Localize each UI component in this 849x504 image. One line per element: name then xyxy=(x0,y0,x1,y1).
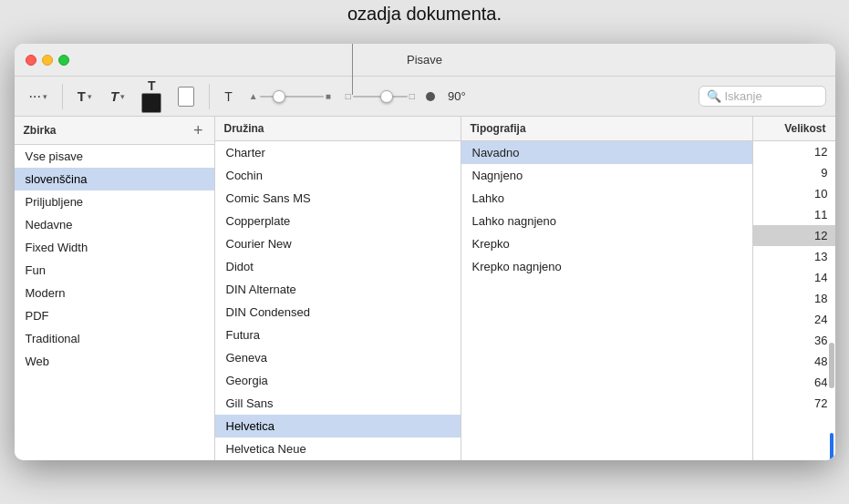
slider-1-track[interactable] xyxy=(260,96,324,98)
maximize-button[interactable] xyxy=(58,55,69,66)
family-item-din-alternate[interactable]: DIN Alternate xyxy=(215,278,461,301)
size-item-11[interactable]: 11 xyxy=(753,204,835,225)
family-item-copperplate[interactable]: Copperplate xyxy=(215,210,461,232)
collection-item-web[interactable]: Web xyxy=(15,350,214,373)
family-item-futura[interactable]: Futura xyxy=(215,324,461,346)
typeface-list: Navadno Nagnjeno Lahko Lahko nagnjeno Kr… xyxy=(461,141,752,460)
size-header: Velikost xyxy=(753,117,835,141)
toolbar-divider-2 xyxy=(209,84,210,109)
typeface-header: Tipografija xyxy=(461,117,752,141)
slider-min-icon: ▲ xyxy=(249,91,258,101)
rotation-degree: 90° xyxy=(439,89,475,103)
family-item-helvetica-neue[interactable]: Helvetica Neue xyxy=(215,437,461,460)
collection-item-all[interactable]: Vse pisave xyxy=(15,145,214,168)
family-item-gill-sans[interactable]: Gill Sans xyxy=(215,392,461,415)
size-item-72[interactable]: 72 xyxy=(753,393,835,414)
font-panel-window: Pisave ··· ▾ T ▾ T ▾ T xyxy=(15,44,835,460)
font-style-chevron-icon: ▾ xyxy=(120,92,125,101)
slider-2-track[interactable] xyxy=(353,96,408,98)
family-item-cochin[interactable]: Cochin xyxy=(215,164,461,187)
family-item-din-condensed[interactable]: DIN Condensed xyxy=(215,301,461,324)
family-item-geneva[interactable]: Geneva xyxy=(215,346,461,369)
search-placeholder: Iskanje xyxy=(725,89,762,103)
collections-list: Vse pisave slovenščina Priljubljene Neda… xyxy=(15,145,214,460)
close-button[interactable] xyxy=(26,55,36,66)
document-icon xyxy=(178,87,194,107)
family-panel: Družina Charter Cochin Comic Sans MS Cop… xyxy=(215,117,461,460)
content-area: Zbirka + Vse pisave slovenščina Priljubl… xyxy=(15,117,835,460)
size-list: 12 9 10 11 12 13 14 18 24 36 48 64 72 xyxy=(753,141,835,460)
size-item-12[interactable]: 12 xyxy=(753,225,835,246)
collection-item-nedavne[interactable]: Nedavne xyxy=(15,213,214,236)
typeface-item-lahko-nagnjeno[interactable]: Lahko nagnjeno xyxy=(461,210,752,232)
font-family-chevron-icon: ▾ xyxy=(88,92,92,101)
typeface-item-krepko-nagnjeno[interactable]: Krepko nagnjeno xyxy=(461,255,752,278)
slider-2-thumb[interactable] xyxy=(380,90,393,103)
size-item-12-top[interactable]: 12 xyxy=(753,141,835,162)
rotation-dot-icon[interactable] xyxy=(426,92,435,101)
size-scrollbar-track[interactable] xyxy=(828,167,835,460)
search-box[interactable]: 🔍 Iskanje xyxy=(699,86,826,107)
typeface-item-krepko[interactable]: Krepko xyxy=(461,232,752,255)
size-scrollbar-blue[interactable] xyxy=(830,433,833,460)
size-item-48[interactable]: 48 xyxy=(753,351,835,372)
collection-item-traditional[interactable]: Traditional xyxy=(15,327,214,350)
collections-panel: Zbirka + Vse pisave slovenščina Priljubl… xyxy=(15,117,215,460)
actions-icon: ··· xyxy=(29,88,41,105)
family-item-comic-sans[interactable]: Comic Sans MS xyxy=(215,187,461,210)
text-cursor-icon: T xyxy=(224,89,233,104)
family-item-charter[interactable]: Charter xyxy=(215,141,461,164)
font-family-button[interactable]: T ▾ xyxy=(72,86,98,107)
collections-header: Zbirka + xyxy=(15,117,214,145)
text-cursor-button[interactable]: T xyxy=(219,87,238,107)
actions-button[interactable]: ··· ▾ xyxy=(24,86,53,108)
size-item-64[interactable]: 64 xyxy=(753,372,835,393)
traffic-lights xyxy=(26,55,69,66)
size-item-9[interactable]: 9 xyxy=(753,162,835,183)
document-color-button[interactable] xyxy=(172,84,200,109)
family-list: Charter Cochin Comic Sans MS Copperplate… xyxy=(215,141,461,460)
size-item-24[interactable]: 24 xyxy=(753,309,835,330)
collection-item-slovenscina[interactable]: slovenščina xyxy=(15,168,214,190)
collection-item-priljubljene[interactable]: Priljubljene xyxy=(15,190,214,213)
font-family-icon: T xyxy=(78,88,86,104)
collection-item-pdf[interactable]: PDF xyxy=(15,304,214,327)
family-item-courier-new[interactable]: Courier New xyxy=(215,232,461,255)
search-icon: 🔍 xyxy=(707,89,721,103)
window-title: Pisave xyxy=(407,53,442,67)
typeface-item-navadno[interactable]: Navadno xyxy=(461,141,752,164)
size-item-36[interactable]: 36 xyxy=(753,330,835,351)
size-item-13[interactable]: 13 xyxy=(753,246,835,267)
tooltip-line xyxy=(352,44,353,95)
add-collection-button[interactable]: + xyxy=(192,122,205,139)
actions-chevron-icon: ▾ xyxy=(43,92,47,101)
slider2-min-icon: □ xyxy=(346,91,351,101)
size-title: Velikost xyxy=(784,122,825,135)
size-panel: Velikost 12 9 10 11 12 13 14 18 24 36 48… xyxy=(753,117,835,460)
size-item-18[interactable]: 18 xyxy=(753,288,835,309)
text-color-button[interactable]: T xyxy=(138,77,165,115)
rotation-group: 90° xyxy=(426,89,475,103)
family-header: Družina xyxy=(215,117,461,141)
family-item-didot[interactable]: Didot xyxy=(215,255,461,278)
slider-group-1: ▲ ■ xyxy=(249,91,331,101)
titlebar: Pisave xyxy=(15,44,835,77)
typeface-panel: Tipografija Navadno Nagnjeno Lahko Lahko… xyxy=(461,117,753,460)
size-item-10[interactable]: 10 xyxy=(753,183,835,204)
family-item-georgia[interactable]: Georgia xyxy=(215,369,461,392)
family-item-helvetica[interactable]: Helvetica xyxy=(215,415,461,437)
collection-item-modern[interactable]: Modern xyxy=(15,282,214,304)
minimize-button[interactable] xyxy=(42,55,53,66)
typeface-item-lahko[interactable]: Lahko xyxy=(461,187,752,210)
font-style-icon: T xyxy=(110,88,119,104)
toolbar-divider-1 xyxy=(62,84,63,109)
slider-max-icon: ■ xyxy=(326,91,331,101)
typeface-item-nagnjeno[interactable]: Nagnjeno xyxy=(461,164,752,187)
collection-item-fixed-width[interactable]: Fixed Width xyxy=(15,236,214,259)
size-scrollbar-thumb[interactable] xyxy=(829,343,834,388)
collection-item-fun[interactable]: Fun xyxy=(15,259,214,282)
font-style-button[interactable]: T ▾ xyxy=(105,86,130,107)
slider-1-thumb[interactable] xyxy=(273,90,285,103)
text-color-t-icon: T xyxy=(148,79,156,92)
size-item-14[interactable]: 14 xyxy=(753,267,835,288)
